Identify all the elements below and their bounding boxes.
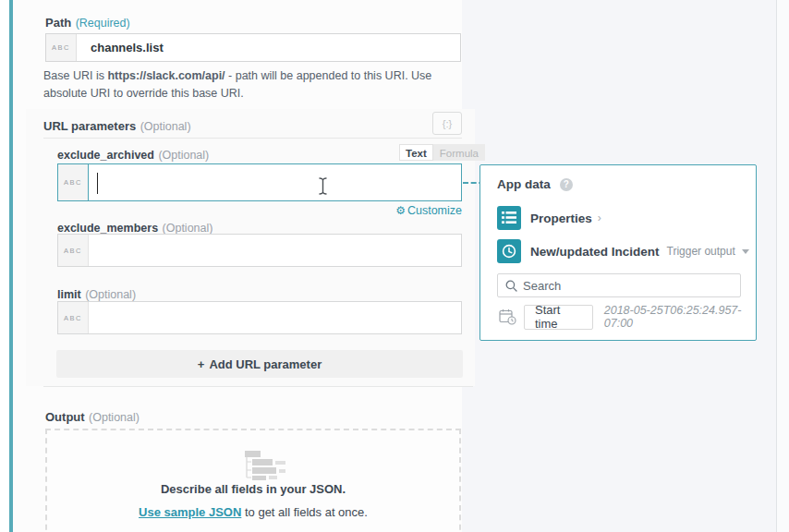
search-input[interactable] [523, 279, 740, 293]
sample-link-suffix: to get all fields at once. [241, 505, 368, 519]
clock-icon [497, 239, 521, 263]
limit-input[interactable]: ABC [57, 301, 462, 334]
toggle-text-tab[interactable]: Text [399, 144, 433, 161]
section-divider [43, 386, 473, 387]
path-required-tag: (Required) [76, 17, 130, 30]
text-type-icon: ABC [58, 302, 89, 333]
output-dropzone[interactable]: Describe all fields in your JSON. Use sa… [45, 429, 461, 532]
search-icon [505, 280, 517, 292]
json-mode-toggle-button[interactable]: {:} [432, 112, 462, 135]
properties-label: Properties [530, 212, 592, 225]
mouse-ibeam-cursor [318, 177, 328, 199]
add-url-parameter-label: Add URL parameter [209, 357, 322, 371]
field-name: exclude_members [57, 222, 158, 235]
customize-label: Customize [407, 204, 462, 217]
output-label: Output [45, 410, 85, 424]
exclude-archived-input[interactable]: ABC [57, 163, 462, 201]
output-headline: Describe all fields in your JSON. [47, 482, 459, 496]
help-base-uri: https://slack.com/api/ [107, 69, 225, 82]
field-label-exclude-archived: exclude_archived (Optional) [57, 146, 209, 163]
trigger-output-row[interactable]: New/updated Incident Trigger output [497, 239, 749, 263]
gear-icon: ⚙ [395, 204, 406, 217]
url-parameters-header: URL parameters (Optional) [43, 117, 191, 134]
output-subline: Use sample JSON to get all fields at onc… [47, 505, 459, 519]
chevron-down-icon [742, 249, 749, 254]
app-data-title-row: App data ? [497, 177, 573, 191]
text-type-icon: ABC [46, 34, 77, 61]
output-section-label: Output (Optional) [45, 408, 140, 425]
field-label-limit: limit (Optional) [57, 285, 136, 302]
start-time-pill[interactable]: Start time [524, 305, 593, 330]
path-section-label: Path (Required) [45, 14, 130, 30]
properties-list-icon [497, 206, 521, 230]
trigger-output-tag: Trigger output [667, 245, 735, 258]
field-optional-tag: (Optional) [163, 222, 213, 235]
app-data-panel: App data ? Properties › New/updated [479, 164, 757, 341]
customize-link[interactable]: ⚙Customize [290, 204, 462, 217]
add-url-parameter-button[interactable]: + Add URL parameter [56, 350, 463, 378]
left-gutter [0, 0, 9, 532]
app-data-search-box[interactable] [497, 273, 741, 297]
help-icon[interactable]: ? [560, 178, 573, 191]
json-tree-icon [237, 451, 285, 484]
output-optional-tag: (Optional) [89, 411, 140, 424]
plus-icon: + [198, 357, 205, 371]
text-type-icon: ABC [58, 164, 89, 200]
path-label: Path [45, 16, 71, 30]
exclude-members-input[interactable]: ABC [57, 234, 462, 267]
text-type-icon: ABC [58, 235, 89, 266]
field-optional-tag: (Optional) [158, 149, 209, 162]
text-caret [97, 173, 98, 194]
path-help-text: Base URI is https://slack.com/api/ - pat… [43, 67, 459, 103]
calendar-clock-icon [499, 308, 516, 325]
right-edge-strip [776, 0, 789, 532]
incident-label: New/updated Incident [530, 245, 660, 259]
path-input-value: channels.list [77, 34, 164, 61]
toggle-formula-tab[interactable]: Formula [433, 144, 485, 161]
url-parameters-optional-tag: (Optional) [140, 120, 191, 133]
start-time-row: Start time 2018-05-25T06:25:24.957-07:00 [499, 304, 756, 330]
path-input[interactable]: ABC channels.list [45, 33, 461, 62]
app-data-title: App data [497, 177, 551, 191]
start-time-value: 2018-05-25T06:25:24.957-07:00 [604, 304, 756, 330]
help-pre: Base URI is [43, 69, 107, 82]
field-optional-tag: (Optional) [85, 288, 136, 301]
workflow-connector-config-screen: Path (Required) ABC channels.list Base U… [0, 0, 789, 532]
connector-config-panel: Path (Required) ABC channels.list Base U… [13, 0, 462, 532]
url-header-divider [43, 138, 462, 139]
properties-row[interactable]: Properties › [497, 206, 601, 230]
field-name: limit [57, 288, 81, 301]
use-sample-json-link[interactable]: Use sample JSON [139, 505, 241, 519]
text-formula-toggle: Text Formula [399, 144, 485, 161]
url-parameters-label: URL parameters [43, 119, 136, 133]
field-name: exclude_archived [57, 149, 154, 162]
chevron-right-icon: › [598, 212, 601, 224]
